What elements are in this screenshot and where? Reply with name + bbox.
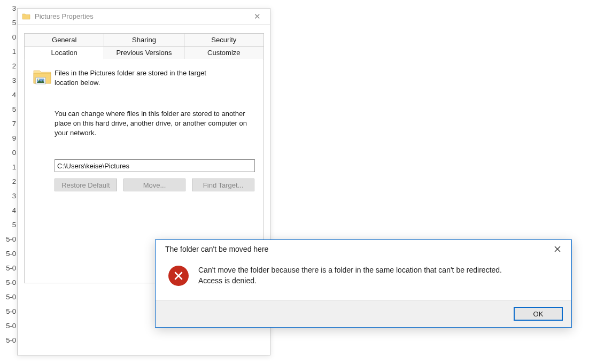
properties-titlebar: Pictures Properties ✕ xyxy=(18,9,270,25)
tab-general[interactable]: General xyxy=(24,33,104,47)
line-number: 5-0 xyxy=(0,232,18,246)
line-number: 5-0 xyxy=(0,319,18,333)
tab-sharing[interactable]: Sharing xyxy=(104,33,184,47)
svg-point-2 xyxy=(38,79,40,81)
line-number: 0 xyxy=(0,145,18,160)
close-icon[interactable]: ✕ xyxy=(249,10,266,23)
error-message: Can't move the folder because there is a… xyxy=(198,265,502,286)
tab-previous-versions[interactable]: Previous Versions xyxy=(104,47,184,59)
location-button-row: Restore Default Move... Find Target... xyxy=(55,179,254,191)
folder-pictures-icon xyxy=(33,68,51,86)
line-number: 5 xyxy=(0,16,18,30)
line-number: 3 xyxy=(0,189,18,203)
find-target-button: Find Target... xyxy=(192,179,254,191)
line-number: 5-0 xyxy=(0,261,18,275)
error-title-text: The folder can't be moved here xyxy=(165,245,549,253)
error-message-line1: Can't move the folder because there is a… xyxy=(198,266,502,274)
properties-title: Pictures Properties xyxy=(35,12,249,20)
background-line-numbers: 35012345790123455-05-05-05-05-05-05-05-0 xyxy=(0,0,18,347)
move-button: Move... xyxy=(123,179,186,191)
line-number: 7 xyxy=(0,117,18,131)
line-number: 3 xyxy=(0,73,18,88)
folder-small-icon xyxy=(22,12,30,21)
line-number: 5-0 xyxy=(0,246,18,261)
line-number: 5-0 xyxy=(0,290,18,304)
error-footer: OK xyxy=(156,300,571,327)
tab-customize[interactable]: Customize xyxy=(184,47,264,59)
error-titlebar: The folder can't be moved here xyxy=(156,240,571,258)
line-number: 3 xyxy=(0,1,18,16)
restore-default-button: Restore Default xyxy=(55,179,117,191)
tab-location[interactable]: Location xyxy=(24,47,104,59)
tab-security[interactable]: Security xyxy=(184,33,264,47)
line-number: 4 xyxy=(0,203,18,218)
error-x-icon xyxy=(168,266,189,286)
error-message-line2: Access is denied. xyxy=(198,276,257,285)
location-desc-2: You can change where files in this folde… xyxy=(55,109,247,138)
close-icon[interactable] xyxy=(549,243,566,255)
line-number: 0 xyxy=(0,30,18,44)
location-desc-1: Files in the Pictures folder are stored … xyxy=(55,68,226,88)
line-number: 1 xyxy=(0,44,18,59)
line-number: 5-0 xyxy=(0,333,18,347)
line-number: 5-0 xyxy=(0,275,18,290)
line-number: 9 xyxy=(0,131,18,145)
line-number: 1 xyxy=(0,160,18,174)
line-number: 5-0 xyxy=(0,304,18,319)
line-number: 4 xyxy=(0,88,18,102)
location-path-input[interactable] xyxy=(55,159,255,172)
line-number: 2 xyxy=(0,174,18,189)
line-number: 5 xyxy=(0,218,18,232)
error-dialog: The folder can't be moved here Can't mov… xyxy=(155,239,572,328)
ok-button[interactable]: OK xyxy=(514,307,563,321)
line-number: 2 xyxy=(0,59,18,73)
error-body: Can't move the folder because there is a… xyxy=(156,258,571,300)
line-number: 5 xyxy=(0,102,18,117)
